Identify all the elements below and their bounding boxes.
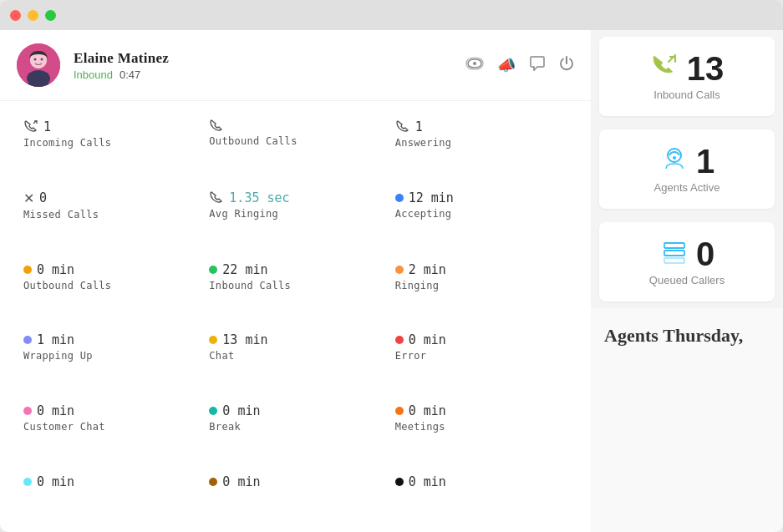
customer-chat-value: 0 min (37, 403, 74, 418)
svg-point-7 (473, 62, 476, 65)
close-btn[interactable] (10, 10, 21, 21)
inbound-dot (209, 266, 217, 274)
megaphone-icon[interactable]: 📣 (497, 56, 516, 74)
phone-ringing-icon (209, 191, 224, 205)
agent-info: Elaine Matinez Inbound 0:47 (74, 50, 452, 81)
incoming-calls-value: 1 (43, 119, 51, 134)
stat-row6col3: 0 min (389, 464, 574, 524)
outbound-dot (23, 266, 32, 274)
svg-point-6 (41, 58, 43, 61)
error-label: Error (395, 350, 567, 362)
outbound-calls-label-top: Outbound Calls (209, 135, 381, 147)
incoming-calls-label: Incoming Calls (23, 137, 196, 149)
queued-callers-card: 0 Queued Callers (599, 222, 775, 301)
error-dot (395, 336, 404, 344)
accepting-label: Accepting (395, 208, 567, 220)
svg-rect-12 (664, 243, 684, 248)
agents-thursday-title: Agents Thursday, (604, 325, 770, 347)
ringing-dot (395, 266, 404, 274)
inbound-calls-metric-label: Inbound Calls (653, 89, 720, 101)
missed-calls-label: Missed Calls (23, 209, 196, 220)
stat-row6col1: 0 min (17, 464, 202, 524)
accepting-value: 12 min (409, 190, 454, 205)
inbound-calls-icon (650, 54, 680, 83)
stat-error: 0 min Error (389, 322, 574, 393)
row6col2-value: 0 min (222, 474, 260, 489)
chat-icon[interactable] (529, 56, 546, 75)
title-bar (0, 0, 783, 30)
phone-outbound-icon (209, 119, 224, 133)
row6col1-value: 0 min (37, 474, 74, 489)
answering-value: 1 (415, 119, 423, 134)
inbound-calls-card: 13 Inbound Calls (599, 37, 775, 116)
row6col1-dot (23, 478, 32, 486)
queued-callers-metric-label: Queued Callers (649, 274, 725, 286)
maximize-btn[interactable] (45, 10, 56, 21)
chat-value: 13 min (222, 332, 267, 347)
agent-actions: 📣 (465, 56, 574, 75)
error-value: 0 min (409, 332, 446, 347)
stat-answering: 1 Answering (389, 109, 574, 180)
stat-inbound-calls-min: 22 min Inbound Calls (202, 252, 388, 323)
chat-dot (209, 336, 217, 344)
right-panel: 13 Inbound Calls 1 (591, 30, 783, 532)
agents-active-icon (659, 147, 689, 175)
avg-ringing-value: 1.35 sec (229, 190, 289, 205)
stat-missed-calls: ✕ 0 Missed Calls (17, 180, 202, 252)
customer-chat-dot (23, 407, 32, 415)
agent-name: Elaine Matinez (74, 50, 452, 67)
inbound-min-value: 22 min (222, 262, 267, 277)
row6col3-dot (395, 478, 404, 486)
stat-chat: 13 min Chat (202, 322, 388, 393)
stat-customer-chat: 0 min Customer Chat (17, 393, 202, 464)
stat-row6col2: 0 min (202, 464, 388, 524)
break-label: Break (209, 421, 381, 433)
queued-callers-icon (659, 240, 689, 268)
agent-header: Elaine Matinez Inbound 0:47 (0, 30, 591, 101)
chat-label: Chat (209, 350, 381, 362)
stat-outbound-calls-min: 0 min Outbound Calls (17, 252, 202, 323)
queued-callers-number: 0 (696, 237, 714, 271)
agents-active-card: 1 Agents Active (599, 129, 775, 209)
svg-rect-4 (28, 73, 48, 87)
agents-label: Agents (604, 325, 658, 346)
svg-point-11 (673, 156, 676, 160)
missed-calls-value: 0 (39, 190, 47, 205)
minimize-btn[interactable] (28, 10, 38, 21)
agents-active-metric-label: Agents Active (654, 181, 720, 194)
avg-ringing-label: Avg Ringing (209, 208, 381, 220)
wrapping-dot (23, 336, 32, 344)
stat-wrapping-up: 1 min Wrapping Up (17, 322, 202, 393)
row6col2-dot (209, 478, 217, 486)
meetings-label: Meetings (395, 421, 567, 433)
svg-point-5 (34, 58, 37, 61)
stat-avg-ringing: 1.35 sec Avg Ringing (202, 180, 388, 252)
thursday-label: Thursday, (663, 325, 743, 346)
inbound-calls-number: 13 (687, 52, 725, 85)
wrapping-label: Wrapping Up (23, 350, 196, 362)
agents-active-number: 1 (696, 144, 714, 178)
main-panel: Elaine Matinez Inbound 0:47 (0, 30, 591, 532)
meetings-value: 0 min (409, 403, 446, 418)
outbound-min-value: 0 min (37, 262, 74, 277)
inbound-min-label: Inbound Calls (209, 280, 381, 291)
broadcast-icon[interactable] (465, 56, 484, 75)
stat-outbound-calls-top: Outbound Calls (202, 109, 388, 180)
window-body: Elaine Matinez Inbound 0:47 (0, 30, 783, 532)
answering-label: Answering (395, 137, 567, 149)
phone-icon (23, 120, 38, 134)
ringing-label: Ringing (395, 280, 567, 291)
svg-rect-14 (664, 258, 684, 263)
avatar (17, 43, 60, 87)
ringing-value: 2 min (409, 262, 446, 277)
x-icon: ✕ (23, 190, 34, 206)
power-icon[interactable] (559, 56, 574, 75)
break-value: 0 min (222, 403, 260, 418)
phone-answer-icon (395, 120, 410, 134)
stats-grid: 1 Incoming Calls Outbound Calls 1 Answe (0, 101, 591, 532)
status-time: 0:47 (119, 68, 140, 81)
agent-status: Inbound 0:47 (74, 68, 452, 81)
row6col3-value: 0 min (409, 474, 446, 489)
avatar-image (17, 43, 60, 87)
accepting-dot (395, 194, 404, 202)
